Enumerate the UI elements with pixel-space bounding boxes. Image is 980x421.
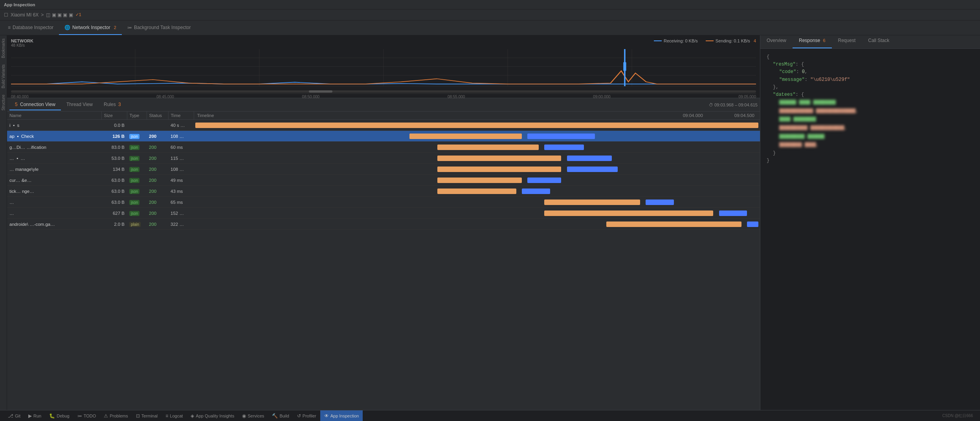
row-status: 200 [147, 208, 168, 219]
chart-scrollbar-thumb[interactable] [309, 90, 332, 93]
table-row[interactable]: cur… &e… 63.0 B json 200 49 ms [7, 175, 760, 186]
row-name: tick… nge… [7, 186, 101, 197]
row-name: … ▪ … [7, 153, 101, 164]
table-row[interactable]: … ▪ … 53.0 B json 200 115 … [7, 153, 760, 164]
status-git[interactable]: ⎇ Git [4, 410, 24, 421]
tab-overview[interactable]: Overview [760, 35, 793, 48]
row-type: json [127, 197, 147, 208]
status-build[interactable]: 🔨 Build [268, 410, 293, 421]
legend-sending: Sending: 0.1 KB/s 4 [706, 38, 756, 43]
app-title: App Inspection [4, 2, 35, 7]
tab-callstack[interactable]: Call Stack [862, 35, 896, 48]
sub-tab-rules[interactable]: Rules 3 [98, 99, 127, 110]
table-row[interactable]: i ▪ s 0.0 B 40 s … [7, 120, 760, 131]
status-problems[interactable]: ⚠ Problems [100, 410, 132, 421]
row-status: 200 [147, 186, 168, 197]
side-label-build-variants[interactable]: Build Variants [0, 61, 6, 92]
tab-request[interactable]: Request [832, 35, 862, 48]
response-tab-number: 6 [823, 38, 825, 43]
status-logcat[interactable]: ≡ Logcat [161, 410, 187, 421]
database-icon: ≡ [8, 25, 11, 30]
row-timeline [194, 208, 760, 219]
row-timeline [194, 131, 760, 142]
network-chart-svg [11, 49, 756, 88]
col-status: Status [147, 112, 168, 120]
side-labels: Bookmarks Build Variants Structure [0, 35, 7, 410]
row-type: json [127, 142, 147, 153]
table-row[interactable]: androide\ …-com.ga… 2.0 B plain 200 322 … [7, 219, 760, 230]
status-profiler[interactable]: ↺ Profiler [293, 410, 320, 421]
row-name: cur… &e… [7, 175, 101, 186]
row-status: 200 [147, 175, 168, 186]
json-datees-key: "datees": { [773, 91, 974, 99]
table-row[interactable]: … manage\yle 134 B json 200 108 … [7, 164, 760, 175]
row-size: 63.0 B [101, 197, 127, 208]
watermark: CSDN @红日666 [942, 413, 976, 419]
row-size: 126 B [101, 131, 127, 142]
json-blurred-1: ██████ ████ ████████ [779, 99, 974, 107]
tab-database[interactable]: ≡ Database Inspector [2, 20, 59, 35]
row-name: ap ▪ Check [7, 131, 101, 142]
json-line-close: } [767, 157, 974, 165]
status-todo[interactable]: ≔ TODO [73, 410, 100, 421]
table-row[interactable]: … 627 B json 200 152 … [7, 208, 760, 219]
time-range: ⏱ 09:03.968 – 09:04.615 [709, 103, 758, 107]
json-datees-close: } [773, 150, 974, 157]
json-message-line: "message": "\u6210\u529f" [779, 76, 974, 84]
status-quality[interactable]: ◈ App Quality Insights [187, 410, 238, 421]
table-row[interactable]: tick… nge… 63.0 B json 200 43 ms [7, 186, 760, 197]
json-blurred-4: ██████████ ████████████, [779, 124, 974, 133]
terminal-icon: ⊡ [136, 413, 140, 419]
chart-legend: Receiving: 0 KB/s Sending: 0.1 KB/s 4 [654, 38, 756, 43]
legend-receiving: Receiving: 0 KB/s [654, 38, 698, 43]
col-timeline: Timeline 09:04.000 09:04.500 [194, 112, 760, 120]
table-row[interactable]: g…Di… …ification 83.0 B json 200 60 ms [7, 142, 760, 153]
run-icon: ▶ [28, 413, 32, 419]
side-label-structure[interactable]: Structure [0, 92, 6, 114]
row-type: json [127, 131, 147, 142]
sub-tab-connection[interactable]: 5 Connection View [9, 99, 61, 110]
json-line-open: { [767, 53, 974, 61]
status-inspection[interactable]: 👁 App Inspection [320, 410, 363, 421]
table-body: i ▪ s 0.0 B 40 s … [7, 120, 760, 230]
row-time: 60 ms [168, 142, 194, 153]
tab-background[interactable]: ≔ Background Task Inspector [122, 20, 196, 35]
row-size: 0.0 B [101, 120, 127, 131]
row-timeline [194, 164, 760, 175]
row-size: 63.0 B [101, 186, 127, 197]
network-chart: NETWORK 48 KB/s Receiving: 0 KB/s Sendin… [7, 35, 760, 98]
network-table: Name Size Type Status Time Timeline 09:0… [7, 112, 760, 410]
table-row[interactable]: ap ▪ Check 126 B json 200 108 … [7, 131, 760, 142]
row-name: i ▪ s [7, 120, 101, 131]
device-bar: ☐ Xiaomi MI 6X > ◫ ▣ ▣ ▣ ▣ ✓1 [0, 9, 980, 20]
device-icon: ☐ [4, 12, 8, 18]
table-row[interactable]: … 63.0 B json 200 65 ms [7, 197, 760, 208]
row-time: 49 ms [168, 175, 194, 186]
row-time: 108 … [168, 131, 194, 142]
row-size: 83.0 B [101, 142, 127, 153]
todo-icon: ≔ [77, 413, 82, 419]
row-status: 200 [147, 164, 168, 175]
row-timeline [194, 186, 760, 197]
status-run[interactable]: ▶ Run [24, 410, 45, 421]
side-label-bookmarks[interactable]: Bookmarks [0, 35, 6, 61]
chart-number4: 4 [754, 38, 756, 43]
sub-tab-thread[interactable]: Thread View [61, 99, 98, 110]
git-icon: ⎇ [8, 413, 13, 419]
chart-scrollbar[interactable] [11, 90, 756, 93]
legend-line-blue [654, 40, 662, 41]
status-debug[interactable]: 🐛 Debug [45, 410, 73, 421]
row-time: 152 … [168, 208, 194, 219]
tab-response[interactable]: Response 6 [793, 35, 832, 48]
quality-icon: ◈ [191, 413, 194, 419]
row-name: g…Di… …ification [7, 142, 101, 153]
row-type: json [127, 186, 147, 197]
row-name: … manage\yle [7, 164, 101, 175]
status-services[interactable]: ◉ Services [238, 410, 268, 421]
tab-network[interactable]: 🌐 Network Inspector 2 [59, 20, 122, 35]
row-size: 63.0 B [101, 175, 127, 186]
row-size: 2.0 B [101, 219, 127, 230]
row-timeline [194, 175, 760, 186]
status-terminal[interactable]: ⊡ Terminal [132, 410, 162, 421]
json-resMsg-key: "resMsg": { [773, 61, 974, 68]
